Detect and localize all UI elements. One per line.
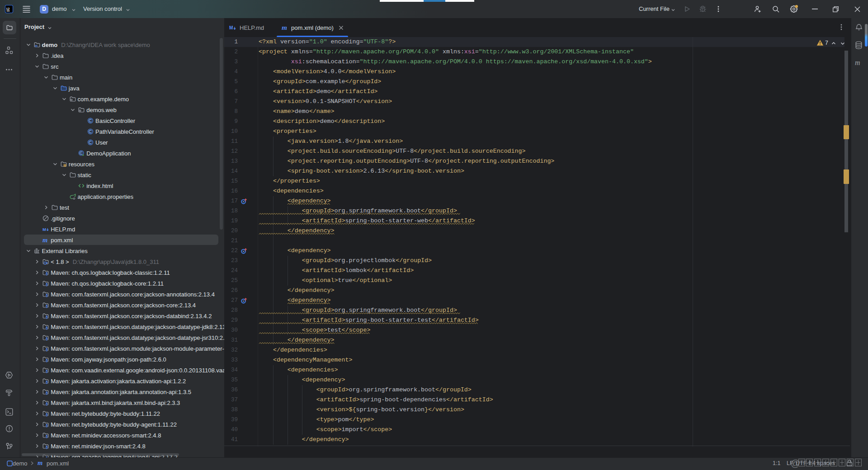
- svg-text:IJ: IJ: [6, 7, 9, 11]
